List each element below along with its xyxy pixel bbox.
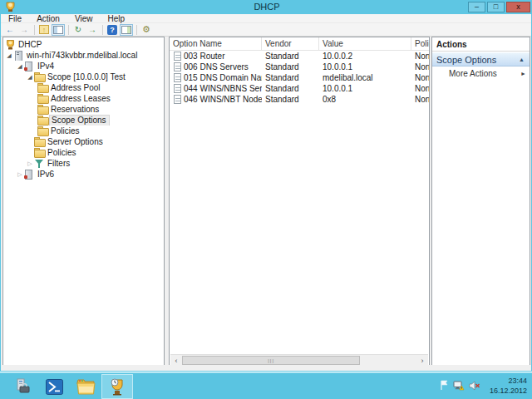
column-header-option-name[interactable]: Option Name — [170, 37, 262, 50]
toolbar-separator — [136, 25, 137, 35]
server-options-icon — [34, 137, 45, 146]
expander-collapsed-icon[interactable]: ▷ — [26, 160, 34, 167]
horizontal-scrollbar[interactable]: ‹ ||| › — [170, 354, 428, 366]
powershell-icon[interactable] — [38, 374, 70, 399]
console-main-area: DHCP ◢ win-rhi743kvbbr.mdelibal.local ◢ … — [1, 37, 531, 368]
list-header-row: Option Name Vendor Value Policy Name — [170, 37, 429, 51]
expander-expanded-icon[interactable]: ◢ — [5, 52, 13, 59]
tree-item-address-pool[interactable]: Address Pool — [3, 82, 164, 93]
policy-cell: None — [411, 73, 429, 82]
title-bar[interactable]: DHCP – □ x — [1, 0, 532, 14]
maximize-button[interactable]: □ — [487, 2, 505, 12]
volume-muted-icon[interactable] — [469, 379, 480, 394]
tree-item-label: Policies — [49, 126, 81, 136]
tree-item-address-leases[interactable]: Address Leases — [3, 93, 164, 104]
column-header-vendor[interactable]: Vendor — [262, 37, 319, 50]
show-action-pane-icon[interactable] — [120, 24, 133, 36]
option-document-icon — [174, 62, 181, 71]
taskbar-clock[interactable]: 23:44 16.12.2012 — [484, 376, 527, 396]
address-pool-icon — [37, 83, 48, 92]
close-button[interactable]: x — [506, 2, 530, 12]
expander-collapsed-icon[interactable]: ▷ — [16, 171, 24, 178]
clock-date: 16.12.2012 — [484, 386, 527, 396]
refresh-icon[interactable]: ↻ — [71, 24, 85, 36]
tree-item-ipv4[interactable]: ◢ IPv4 — [3, 61, 164, 71]
policy-cell: None — [411, 52, 429, 61]
back-icon[interactable]: ← — [3, 24, 17, 36]
clock-time: 23:44 — [484, 376, 527, 386]
minimize-button[interactable]: – — [468, 2, 485, 12]
vendor-cell: Standard — [262, 84, 319, 93]
menu-action[interactable]: Action — [29, 14, 67, 23]
option-name: 044 WINS/NBNS Servers — [184, 84, 262, 93]
tree-item-label: Scope [10.0.0.0] Test — [46, 72, 128, 82]
more-actions-label: More Actions — [449, 69, 497, 78]
tree-item-server-policies[interactable]: Policies — [3, 147, 164, 158]
policies-icon — [37, 126, 48, 135]
tree-item-ipv6[interactable]: ▷ IPv6 — [3, 169, 164, 180]
table-row[interactable]: 006 DNS Servers Standard 10.0.0.1 None — [170, 62, 429, 72]
tree-item-label: Server Options — [46, 137, 106, 147]
actions-section-scope-options[interactable]: Scope Options ▲ — [432, 52, 530, 66]
taskbar: 23:44 16.12.2012 — [0, 372, 532, 399]
option-document-icon — [174, 84, 181, 93]
tree-item-label: Reservations — [49, 105, 101, 115]
window-bottom-edge — [1, 365, 531, 368]
table-row[interactable]: 003 Router Standard 10.0.0.2 None — [170, 51, 429, 62]
tree-item-server[interactable]: ◢ win-rhi743kvbbr.mdelibal.local — [3, 50, 164, 61]
server-manager-icon[interactable] — [7, 374, 38, 399]
table-row[interactable]: 015 DNS Domain Name Standard mdelibal.lo… — [170, 72, 429, 83]
more-actions-item[interactable]: More Actions ► — [432, 66, 530, 80]
collapse-section-icon[interactable]: ▲ — [519, 57, 525, 62]
option-name: 015 DNS Domain Name — [184, 73, 262, 82]
show-console-tree-icon[interactable] — [52, 24, 65, 36]
tree-item-server-options[interactable]: Server Options — [3, 136, 164, 147]
tree-item-reservations[interactable]: Reservations — [3, 104, 164, 115]
action-center-flag-icon[interactable] — [440, 379, 449, 394]
scrollbar-thumb[interactable]: ||| — [182, 356, 360, 365]
file-explorer-icon[interactable] — [70, 374, 101, 399]
system-tray — [440, 373, 480, 399]
option-name: 046 WINS/NBT Node Type — [184, 95, 262, 104]
actions-section-label: Scope Options — [436, 55, 496, 65]
option-document-icon — [174, 52, 181, 61]
dhcp-icon[interactable] — [101, 374, 133, 399]
scope-folder-icon — [34, 72, 45, 81]
tree-item-filters[interactable]: ▷ Filters — [3, 158, 164, 169]
tree-item-label: IPv6 — [36, 170, 57, 180]
dhcp-console-window: DHCP – □ x File Action View Help ← → ↑ ↻… — [0, 0, 532, 372]
ipv4-icon — [24, 62, 35, 71]
scope-options-icon — [37, 116, 48, 125]
forward-icon[interactable]: → — [17, 24, 31, 36]
menu-file[interactable]: File — [1, 14, 29, 23]
submenu-arrow-icon: ► — [520, 71, 526, 76]
tree-item-scope-policies[interactable]: Policies — [3, 126, 164, 136]
vendor-cell: Standard — [262, 73, 319, 82]
policy-cell: None — [411, 95, 429, 104]
option-document-icon — [174, 95, 181, 104]
up-one-level-icon[interactable]: ↑ — [37, 24, 51, 36]
network-warning-icon[interactable] — [453, 379, 465, 394]
options-gear-icon[interactable]: ⚙ — [140, 24, 153, 36]
value-cell: mdelibal.local — [319, 73, 411, 82]
expander-expanded-icon[interactable]: ◢ — [26, 74, 34, 81]
menu-bar: File Action View Help — [1, 14, 531, 23]
policies-icon — [34, 148, 45, 157]
help-icon[interactable]: ? — [106, 24, 119, 36]
tree-item-dhcp-root[interactable]: DHCP — [3, 39, 164, 50]
actions-pane-title: Actions — [432, 37, 530, 52]
tree-item-label: IPv4 — [36, 62, 57, 71]
column-header-value[interactable]: Value — [319, 37, 411, 50]
tree-item-scope-options[interactable]: Scope Options — [3, 115, 164, 126]
tree-item-scope[interactable]: ◢ Scope [10.0.0.0] Test — [3, 71, 164, 82]
actions-pane: Actions Scope Options ▲ More Actions ► — [431, 37, 530, 367]
value-cell: 0x8 — [319, 95, 411, 104]
export-list-icon[interactable]: → — [86, 24, 99, 36]
menu-view[interactable]: View — [67, 14, 101, 23]
expander-expanded-icon[interactable]: ◢ — [16, 63, 24, 70]
column-header-policy-name[interactable]: Policy Name — [411, 37, 429, 50]
table-row[interactable]: 046 WINS/NBT Node Type Standard 0x8 None — [170, 94, 429, 105]
menu-help[interactable]: Help — [100, 14, 132, 23]
table-row[interactable]: 044 WINS/NBNS Servers Standard 10.0.0.1 … — [170, 83, 429, 94]
tree-item-label: Address Pool — [49, 83, 102, 93]
